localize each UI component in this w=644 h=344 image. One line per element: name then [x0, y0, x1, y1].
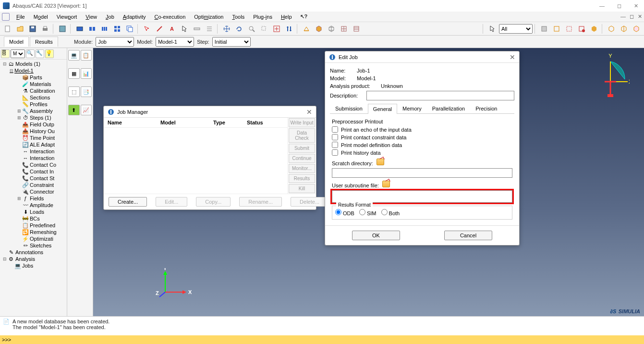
job-submit-button[interactable]: Submit: [289, 144, 315, 153]
tree-item-assembly[interactable]: ⊞🔧Assembly: [1, 108, 66, 114]
open-file-icon[interactable]: [14, 24, 26, 34]
job-description-input[interactable]: [366, 91, 514, 100]
modtool-1-icon[interactable]: 💻: [68, 50, 80, 61]
tree-model-1[interactable]: ⊟Model-1: [1, 67, 66, 74]
menu-viewport[interactable]: Viewport: [53, 13, 81, 21]
step-dropdown[interactable]: Initial: [212, 37, 251, 47]
modtool-7-icon[interactable]: ⬆: [68, 105, 80, 115]
tool-e-icon[interactable]: [588, 24, 600, 34]
rotate-icon[interactable]: [233, 24, 245, 34]
tree-item-ale-adapt[interactable]: 🔄ALE Adapt: [1, 141, 66, 148]
tree-tool3-icon[interactable]: 🔧: [36, 49, 44, 58]
tree-item-connector[interactable]: 🔌Connector: [1, 188, 66, 195]
window-close-button[interactable]: ✕: [631, 3, 641, 9]
tree-item-contact-co[interactable]: 📞Contact Co: [1, 161, 66, 168]
tree-annotations[interactable]: ✎Annotations: [1, 249, 66, 256]
job-kill-button[interactable]: Kill: [289, 184, 315, 193]
menu-plugins[interactable]: Plug-ins: [249, 13, 276, 21]
results-option-odb[interactable]: ODB: [335, 209, 354, 216]
modtool-8-icon[interactable]: 📈: [81, 105, 92, 115]
tab-precision[interactable]: Precision: [470, 103, 502, 113]
viewport-minimize-button[interactable]: —: [620, 13, 626, 20]
new-file-icon[interactable]: [2, 24, 13, 34]
modtool-4-icon[interactable]: 📊: [81, 68, 92, 79]
tab-submission[interactable]: Submission: [330, 103, 368, 113]
job-manager-close-icon[interactable]: ✕: [306, 108, 312, 116]
zoom-icon[interactable]: [246, 24, 257, 34]
zoom-box-icon[interactable]: [258, 24, 270, 34]
menu-model[interactable]: Model: [30, 13, 52, 21]
model-tree[interactable]: ⊟🗂Models (1) ⊟Model-1 📦Parts🧪Materials⚗C…: [0, 60, 67, 316]
menu-coexecution[interactable]: Co-execution: [150, 13, 189, 21]
tab-results[interactable]: Results: [30, 37, 58, 47]
print-icon[interactable]: [39, 24, 51, 34]
job-edit-button[interactable]: Edit...: [156, 197, 187, 207]
render-shaded-icon[interactable]: [313, 24, 325, 34]
tool-d-icon[interactable]: [576, 24, 587, 34]
window-minimize-button[interactable]: —: [596, 3, 608, 9]
menu-adaptivity[interactable]: Adaptivity: [119, 13, 150, 21]
tab-general[interactable]: General: [368, 104, 397, 114]
datum-icon[interactable]: [191, 24, 203, 34]
render-hidden-icon[interactable]: [338, 24, 350, 34]
cursor-icon[interactable]: [179, 24, 190, 34]
job-write-input-button[interactable]: Write Input: [289, 118, 315, 127]
menu-tools[interactable]: Tools: [228, 13, 248, 21]
results-option-both[interactable]: Both: [381, 209, 400, 216]
edit-job-close-icon[interactable]: ✕: [510, 53, 515, 61]
select-icon[interactable]: [141, 24, 153, 34]
layout-3-icon[interactable]: [99, 24, 110, 34]
tab-model[interactable]: Model: [4, 37, 29, 47]
job-table[interactable]: Name Model Type Status: [104, 118, 287, 194]
tree-item-contact-st[interactable]: 📞Contact St: [1, 175, 66, 182]
tab-memory[interactable]: Memory: [397, 103, 427, 113]
modtool-5-icon[interactable]: ⬚: [68, 86, 80, 97]
tree-item-interaction[interactable]: ↔Interaction: [1, 155, 66, 161]
modtool-6-icon[interactable]: 📑: [81, 86, 92, 97]
tree-item-field-outp[interactable]: 📤Field Outp: [1, 121, 66, 128]
check-2[interactable]: [332, 142, 338, 148]
job-monitor--button[interactable]: Monitor...: [289, 164, 315, 173]
modtool-2-icon[interactable]: 📋: [81, 50, 92, 61]
line-tool-icon[interactable]: [154, 24, 165, 34]
tree-hint-icon[interactable]: 💡: [45, 49, 54, 58]
scratch-dir-input[interactable]: [332, 168, 512, 178]
tool-a-icon[interactable]: [538, 24, 550, 34]
app-menu-icon[interactable]: [2, 13, 10, 21]
tab-parallelization[interactable]: Parallelization: [427, 103, 470, 113]
modtool-3-icon[interactable]: ▦: [68, 68, 80, 79]
job-create-button[interactable]: Create...: [109, 197, 147, 207]
user-subroutine-browse-icon[interactable]: [382, 181, 390, 187]
scratch-dir-browse-icon[interactable]: [377, 159, 384, 165]
tree-item-time-point[interactable]: ⏰Time Point: [1, 135, 66, 141]
check-1[interactable]: [332, 134, 338, 140]
job-results-button[interactable]: Results: [289, 174, 315, 183]
perspective-icon[interactable]: [301, 24, 312, 34]
cancel-button[interactable]: Cancel: [444, 231, 492, 240]
viewport-close-button[interactable]: ✕: [638, 13, 642, 20]
layout-1-icon[interactable]: [74, 24, 85, 34]
text-tool-icon[interactable]: A: [166, 24, 178, 34]
tree-item-constraint[interactable]: 🔗Constraint: [1, 182, 66, 188]
tool-c-icon[interactable]: [563, 24, 575, 34]
tree-item-remeshing[interactable]: 🔁Remeshing: [1, 229, 66, 235]
tree-analysis[interactable]: ⊟⚙Analysis: [1, 256, 66, 262]
tree-item-predefined[interactable]: 📋Predefined: [1, 222, 66, 229]
tree-item-optimizati[interactable]: ⚡Optimizati: [1, 235, 66, 242]
job-rename-button[interactable]: Rename...: [239, 197, 282, 207]
results-option-sim[interactable]: SIM: [359, 209, 377, 216]
tree-tool-icon[interactable]: 🗄: [1, 49, 10, 58]
tool-f-icon[interactable]: [606, 24, 617, 34]
menu-job[interactable]: Job: [102, 13, 118, 21]
tool-b-icon[interactable]: [551, 24, 562, 34]
tree-item-sections[interactable]: 📐Sections: [1, 94, 66, 101]
menu-file[interactable]: File: [12, 13, 29, 21]
cli-prompt[interactable]: >>>: [0, 335, 644, 344]
menu-view[interactable]: View: [82, 13, 101, 21]
tool-h-icon[interactable]: [631, 24, 642, 34]
tree-item-loads[interactable]: ⬇Loads: [1, 209, 66, 215]
tree-filter-dropdown[interactable]: M: [11, 49, 25, 58]
user-subroutine-input[interactable]: [332, 190, 512, 203]
viewport-maximize-button[interactable]: ◻: [630, 13, 634, 20]
list-icon[interactable]: [204, 24, 215, 34]
